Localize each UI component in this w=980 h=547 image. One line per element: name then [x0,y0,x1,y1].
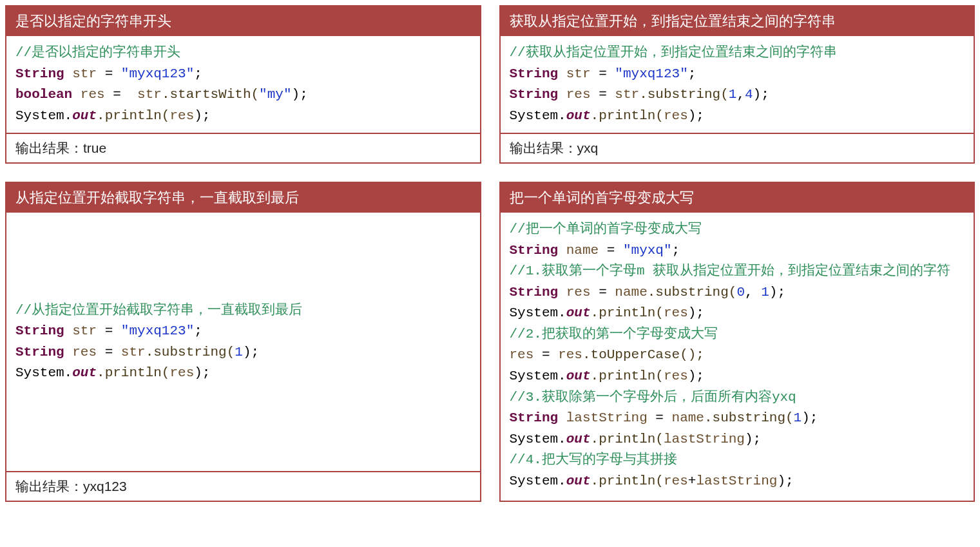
code-block: //把一个单词的首字母变成大写 String name = "myxq"; //… [510,219,965,492]
card-title: 从指定位置开始截取字符串，一直截取到最后 [6,183,480,213]
card-body: //从指定位置开始截取字符串，一直截取到最后 String str = "myx… [6,213,480,471]
code-var: res [169,365,194,380]
code-var: res [81,87,105,102]
code-type: boolean [15,87,81,102]
code-text: ); [292,87,308,102]
code-var: res [664,305,688,320]
code-out: out [72,365,97,380]
code-comment: //是否以指定的字符串开头 [15,45,180,60]
code-out: out [566,369,591,383]
code-call: .println( [591,305,664,320]
code-text: ); [688,108,704,123]
code-comment: //1.获取第一个字母m 获取从指定位置开始，到指定位置结束之间的字符 [510,264,951,278]
code-text: = [105,87,137,102]
code-text: + [688,474,697,488]
card-grid: 是否以指定的字符串开头 //是否以指定的字符串开头 String str = "… [5,5,975,502]
code-text: ); [777,474,793,488]
code-call: .println( [591,369,664,383]
code-text: ); [769,285,785,300]
card-title: 获取从指定位置开始，到指定位置结束之间的字符串 [501,6,974,36]
code-type: String [510,87,566,102]
code-num: 1 [235,345,243,360]
code-call: .println( [591,474,664,488]
code-call: .startsWith( [162,87,259,102]
code-text: ; [688,66,697,81]
code-text: = [533,347,558,362]
code-num: 1 [761,285,769,300]
code-text: System. [510,369,566,383]
output-row: 输出结果：yxq [501,133,974,162]
code-text: System. [510,474,566,488]
code-var: res [566,87,591,102]
code-var: res [664,108,688,123]
code-var: res [664,474,688,488]
code-text: = [591,66,615,81]
code-string: "myxq123" [121,66,194,81]
code-block: //从指定位置开始截取字符串，一直截取到最后 String str = "myx… [15,300,471,384]
code-text: = [591,285,615,300]
code-string: "myxq" [623,243,672,258]
code-type: String [510,66,566,81]
code-string: "myxq123" [121,323,194,338]
code-text: ); [745,432,761,446]
code-text: ); [753,87,769,102]
code-string: "myxq123" [615,66,687,81]
code-text: ); [802,410,818,425]
code-var: res [566,285,591,300]
code-text: System. [15,365,72,380]
card-title: 是否以指定的字符串开头 [6,6,480,36]
card-substring-range: 获取从指定位置开始，到指定位置结束之间的字符串 //获取从指定位置开始，到指定位… [499,5,975,164]
code-text: , [745,285,761,300]
card-body: //把一个单词的首字母变成大写 String name = "myxq"; //… [501,213,974,501]
code-var: str [615,87,639,102]
code-out: out [72,108,97,123]
code-text: = [591,87,615,102]
card-substring-from: 从指定位置开始截取字符串，一直截取到最后 //从指定位置开始截取字符串，一直截取… [5,182,481,502]
card-body: //获取从指定位置开始，到指定位置结束之间的字符串 String str = "… [501,36,974,133]
code-var: res [558,347,582,362]
code-string: "my" [259,87,291,102]
code-comment: //把一个单词的首字母变成大写 [510,222,702,236]
code-text: ; [672,243,680,258]
code-var: str [137,87,162,102]
code-out: out [566,432,591,446]
code-type: String [15,66,72,81]
code-call: .substring( [704,410,794,425]
code-text: System. [510,305,566,320]
code-num: 0 [736,285,745,300]
code-var: res [510,347,534,362]
code-text: , [736,87,745,102]
code-comment: //4.把大写的字母与其拼接 [510,452,677,467]
output-row: 输出结果：true [6,133,480,162]
code-call: .substring( [639,87,729,102]
code-var: str [72,323,97,338]
code-var: name [615,285,647,300]
code-text: ); [688,369,704,383]
code-block: //是否以指定的字符串开头 String str = "myxq123"; bo… [15,43,471,126]
code-text: ; [194,323,202,338]
code-text: ); [194,108,210,123]
code-comment: //获取从指定位置开始，到指定位置结束之间的字符串 [510,45,837,60]
code-text: = [97,66,121,81]
code-call: .println( [591,108,664,123]
card-title: 把一个单词的首字母变成大写 [501,183,974,213]
code-num: 4 [745,87,753,102]
code-out: out [566,108,591,123]
code-type: String [510,410,566,425]
code-text: ; [194,66,202,81]
code-var: res [664,369,688,383]
code-call: .substring( [648,285,737,300]
code-type: String [15,323,72,338]
code-comment: //2.把获取的第一个字母变成大写 [510,327,718,341]
code-call: .println( [97,365,169,380]
code-var: lastString [566,410,648,425]
code-type: String [15,345,72,360]
code-text: = [599,243,623,258]
code-var: name [672,410,704,425]
code-var: str [121,345,146,360]
code-num: 1 [729,87,737,102]
code-text: = [97,323,121,338]
code-var: str [566,66,591,81]
code-out: out [566,474,591,488]
code-comment: //从指定位置开始截取字符串，一直截取到最后 [15,303,302,318]
